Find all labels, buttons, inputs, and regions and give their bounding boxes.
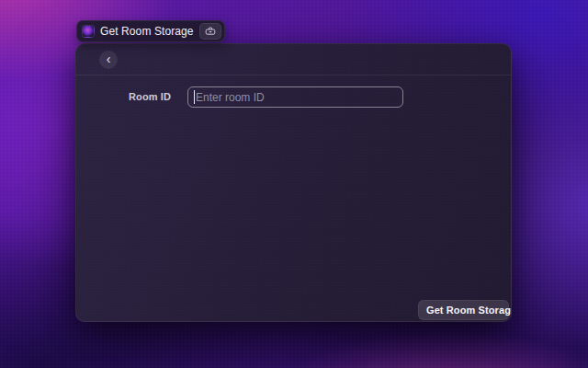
room-id-label: Room ID bbox=[76, 91, 171, 102]
room-id-input[interactable] bbox=[187, 86, 403, 108]
desktop-wallpaper: Get Room Storage ‹ Room ID Get Room Stor… bbox=[0, 0, 588, 368]
command-chip[interactable]: Get Room Storage bbox=[76, 20, 225, 42]
command-title: Get Room Storage bbox=[100, 25, 194, 38]
app-window: ‹ Room ID Get Room Storage >_ bbox=[75, 43, 512, 322]
storage-drive-icon bbox=[205, 27, 216, 36]
get-room-storage-button-label: Get Room Storage bbox=[419, 305, 512, 316]
text-caret bbox=[194, 90, 195, 104]
back-chevron-icon: ‹ bbox=[107, 52, 111, 65]
app-icon bbox=[82, 25, 95, 38]
get-room-storage-button[interactable]: Get Room Storage >_ bbox=[418, 300, 509, 320]
back-button[interactable]: ‹ bbox=[99, 51, 118, 69]
storage-drive-button[interactable] bbox=[199, 23, 221, 40]
window-header: ‹ bbox=[76, 44, 511, 75]
header-divider bbox=[76, 75, 511, 75]
